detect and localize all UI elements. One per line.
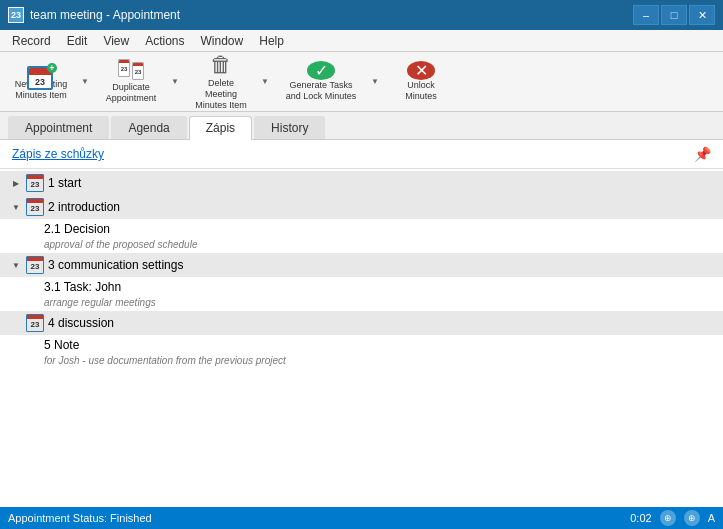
item-text-2: 2 introduction <box>48 200 715 214</box>
item-text-1: 1 start <box>48 176 715 190</box>
tree-item-3-1[interactable]: 3.1 Task: John <box>28 277 723 297</box>
generate-label: Generate Tasks and Lock Minutes <box>281 80 361 102</box>
new-meeting-dropdown[interactable]: ▼ <box>78 58 92 106</box>
status-bar: Appointment Status: Finished 0:02 ⊕ ⊕ A <box>0 507 723 529</box>
delete-button[interactable]: 🗑 Delete Meeting Minutes Item <box>184 58 258 106</box>
menu-actions[interactable]: Actions <box>137 32 192 50</box>
duplicate-btn-group: 23 23 Duplicate Appointment ▼ <box>94 58 182 106</box>
tab-appointment[interactable]: Appointment <box>8 116 109 139</box>
delete-label: Delete Meeting Minutes Item <box>191 78 251 110</box>
item-text-3: 3 communication settings <box>48 258 715 272</box>
menu-record[interactable]: Record <box>4 32 59 50</box>
title-bar-left: 23 team meeting - Appointment <box>8 7 180 23</box>
tree-list: ▶ 23 1 start ▼ 23 2 introduction 2. <box>0 169 723 371</box>
unlock-label: Unlock Minutes <box>391 80 451 102</box>
delete-btn-group: 🗑 Delete Meeting Minutes Item ▼ <box>184 58 272 106</box>
tree-item-5[interactable]: 5 Note <box>28 335 723 355</box>
menu-bar: Record Edit View Actions Window Help <box>0 30 723 52</box>
x-circle-icon: ✕ <box>407 61 435 80</box>
cal-icon-1: 23 <box>26 174 44 192</box>
title-bar: 23 team meeting - Appointment – □ ✕ <box>0 0 723 30</box>
tab-agenda[interactable]: Agenda <box>111 116 186 139</box>
minimize-button[interactable]: – <box>633 5 659 25</box>
tree-item-2-1-container: 2.1 Decision approval of the proposed sc… <box>0 219 723 253</box>
item-subtext-3-1: arrange regular meetings <box>28 297 723 311</box>
tree-item-3-1-container: 3.1 Task: John arrange regular meetings <box>0 277 723 311</box>
toolbar: 23 + New Meeting Minutes Item ▼ 23 <box>0 52 723 112</box>
tab-zapis[interactable]: Zápis <box>189 116 252 140</box>
window-title: team meeting - Appointment <box>30 8 180 22</box>
delete-dropdown[interactable]: ▼ <box>258 58 272 106</box>
menu-view[interactable]: View <box>95 32 137 50</box>
maximize-button[interactable]: □ <box>661 5 687 25</box>
item-subtext-5: for Josh - use documentation from the pr… <box>28 355 723 369</box>
content-title[interactable]: Zápis ze schůzky <box>12 147 104 161</box>
cal-icon-3: 23 <box>26 256 44 274</box>
status-indicator: A <box>708 512 715 524</box>
tree-item-2-1[interactable]: 2.1 Decision <box>28 219 723 239</box>
tree-item-5-container: 5 Note for Josh - use documentation from… <box>0 335 723 369</box>
cal-icon-4: 23 <box>26 314 44 332</box>
tab-bar: Appointment Agenda Zápis History <box>0 112 723 140</box>
item-text-5: 5 Note <box>44 338 715 352</box>
pin-icon: 📌 <box>694 146 711 162</box>
item-text-4: 4 discussion <box>48 316 715 330</box>
tab-history[interactable]: History <box>254 116 325 139</box>
status-icon-1[interactable]: ⊕ <box>660 510 676 526</box>
close-button[interactable]: ✕ <box>689 5 715 25</box>
status-right: 0:02 ⊕ ⊕ A <box>630 510 715 526</box>
expand-1[interactable]: ▶ <box>8 175 24 191</box>
tree-item-4[interactable]: ▶ 23 4 discussion <box>0 311 723 335</box>
generate-dropdown[interactable]: ▼ <box>368 58 382 106</box>
duplicate-dropdown[interactable]: ▼ <box>168 58 182 106</box>
menu-window[interactable]: Window <box>193 32 252 50</box>
generate-button[interactable]: ✓ Generate Tasks and Lock Minutes <box>274 58 368 106</box>
item-text-3-1: 3.1 Task: John <box>44 280 715 294</box>
status-text: Appointment Status: Finished <box>8 512 152 524</box>
item-text-2-1: 2.1 Decision <box>44 222 715 236</box>
trash-icon: 🗑 <box>210 52 232 78</box>
tree-item-2[interactable]: ▼ 23 2 introduction <box>0 195 723 219</box>
new-meeting-button[interactable]: 23 + New Meeting Minutes Item <box>4 58 78 106</box>
tab-content: Zápis ze schůzky 📌 ▶ 23 1 start ▼ 23 <box>0 140 723 507</box>
content-header: Zápis ze schůzky 📌 <box>0 140 723 169</box>
cal-icon-2: 23 <box>26 198 44 216</box>
status-time: 0:02 <box>630 512 651 524</box>
check-circle-icon: ✓ <box>307 61 335 80</box>
tree-item-3[interactable]: ▼ 23 3 communication settings <box>0 253 723 277</box>
title-bar-controls: – □ ✕ <box>633 5 715 25</box>
menu-help[interactable]: Help <box>251 32 292 50</box>
app-window: 23 team meeting - Appointment – □ ✕ Reco… <box>0 0 723 529</box>
expand-3[interactable]: ▼ <box>8 257 24 273</box>
duplicate-label: Duplicate Appointment <box>101 82 161 104</box>
generate-btn-group: ✓ Generate Tasks and Lock Minutes ▼ <box>274 58 382 106</box>
unlock-button[interactable]: ✕ Unlock Minutes <box>384 58 458 106</box>
status-icon-2[interactable]: ⊕ <box>684 510 700 526</box>
tree-item-1[interactable]: ▶ 23 1 start <box>0 171 723 195</box>
duplicate-button[interactable]: 23 23 Duplicate Appointment <box>94 58 168 106</box>
expand-2[interactable]: ▼ <box>8 199 24 215</box>
menu-edit[interactable]: Edit <box>59 32 96 50</box>
item-subtext-2-1: approval of the proposed schedule <box>28 239 723 253</box>
app-icon: 23 <box>8 7 24 23</box>
new-meeting-btn-group: 23 + New Meeting Minutes Item ▼ <box>4 58 92 106</box>
